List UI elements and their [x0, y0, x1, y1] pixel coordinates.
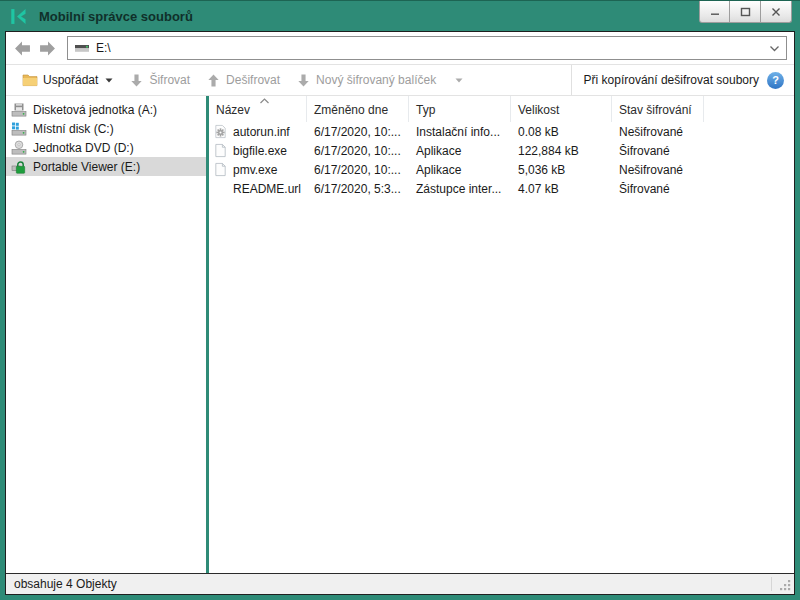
file-icon: [213, 162, 228, 177]
window-title: Mobilní správce souborů: [39, 9, 193, 24]
file-list: Název Změněno dne Typ Velikost Stav šifr…: [209, 96, 794, 573]
file-size: 0.08 kB: [511, 125, 612, 139]
table-row[interactable]: bigfile.exe 6/17/2020, 10:... Aplikace 1…: [209, 141, 794, 160]
file-type: Zástupce inter...: [409, 182, 511, 196]
list-body: autorun.inf 6/17/2020, 10:... Instalační…: [209, 122, 794, 198]
file-size: 5,036 kB: [511, 163, 612, 177]
window-controls: [699, 1, 792, 23]
file-name: README.url: [233, 182, 301, 196]
organize-label: Uspořádat: [43, 73, 98, 87]
file-type: Instalační info...: [409, 125, 511, 139]
sidebar-item-drive-a[interactable]: Disketová jednotka (A:): [6, 100, 206, 119]
dvd-drive-icon: [11, 140, 27, 156]
folder-icon: [22, 73, 38, 87]
file-size: 4.07 kB: [511, 182, 612, 196]
table-row[interactable]: autorun.inf 6/17/2020, 10:... Instalační…: [209, 122, 794, 141]
sidebar-item-label: Portable Viewer (E:): [33, 160, 140, 174]
nav-arrows: [13, 40, 57, 57]
maximize-button[interactable]: [730, 1, 761, 23]
sort-ascending-icon: [259, 98, 270, 104]
minimize-button[interactable]: [699, 1, 730, 23]
sidebar-item-label: Disketová jednotka (A:): [33, 103, 157, 117]
file-icon: [213, 143, 228, 158]
locked-drive-icon: [11, 159, 27, 175]
sidebar-item-drive-c[interactable]: Místní disk (C:): [6, 119, 206, 138]
file-name: bigfile.exe: [233, 144, 287, 158]
table-row[interactable]: README.url 6/17/2020, 5:3... Zástupce in…: [209, 179, 794, 198]
new-encrypted-package-button[interactable]: Nový šifrovaný balíček: [288, 65, 471, 95]
decrypt-on-copy-option[interactable]: Při kopírování dešifrovat soubory ?: [571, 65, 794, 95]
title-bar: Mobilní správce souborů: [0, 1, 800, 31]
address-text: E:\: [96, 41, 763, 55]
decrypt-on-copy-label: Při kopírování dešifrovat soubory: [584, 73, 759, 87]
organize-button[interactable]: Uspořádat: [14, 65, 121, 95]
new-package-label: Nový šifrovaný balíček: [316, 73, 436, 87]
blank-icon-placeholder: [213, 181, 228, 196]
column-header-size[interactable]: Velikost: [511, 96, 612, 122]
file-modified: 6/17/2020, 5:3...: [307, 182, 409, 196]
encrypt-label: Šifrovat: [149, 73, 190, 87]
file-name: pmv.exe: [233, 163, 277, 177]
table-row[interactable]: pmv.exe 6/17/2020, 10:... Aplikace 5,036…: [209, 160, 794, 179]
local-disk-icon: [11, 121, 27, 137]
chevron-down-icon[interactable]: [769, 45, 780, 52]
file-modified: 6/17/2020, 10:...: [307, 144, 409, 158]
navigation-bar: E:\: [6, 32, 794, 64]
statusbar-divider: [771, 577, 772, 591]
sidebar-item-drive-e[interactable]: Portable Viewer (E:): [6, 157, 206, 176]
file-type: Aplikace: [409, 144, 511, 158]
status-bar: obsahuje 4 Objekty: [6, 573, 794, 594]
column-header-encryption[interactable]: Stav šifrování: [612, 96, 704, 122]
file-encryption-status: Šifrované: [612, 182, 704, 196]
back-icon[interactable]: [13, 40, 32, 57]
list-header: Název Změněno dne Typ Velikost Stav šifr…: [209, 96, 794, 122]
file-encryption-status: Šifrované: [612, 144, 704, 158]
status-text: obsahuje 4 Objekty: [14, 577, 117, 591]
column-header-name[interactable]: Název: [209, 96, 307, 122]
sidebar-item-drive-d[interactable]: Jednotka DVD (D:): [6, 138, 206, 157]
dropdown-caret-icon[interactable]: [455, 78, 463, 83]
help-icon[interactable]: ?: [767, 72, 784, 89]
sidebar-item-label: Jednotka DVD (D:): [33, 141, 134, 155]
floppy-drive-icon: [11, 102, 27, 118]
file-encryption-status: Nešifrované: [612, 125, 704, 139]
decrypt-label: Dešifrovat: [226, 73, 280, 87]
arrow-down-icon: [296, 73, 311, 88]
file-name: autorun.inf: [233, 125, 290, 139]
sidebar-item-label: Místní disk (C:): [33, 122, 114, 136]
resize-grip[interactable]: [779, 579, 792, 592]
file-modified: 6/17/2020, 10:...: [307, 125, 409, 139]
close-button[interactable]: [761, 1, 792, 23]
decrypt-button[interactable]: Dešifrovat: [198, 65, 288, 95]
main-area: Disketová jednotka (A:) Místní dis: [6, 96, 794, 573]
encrypt-button[interactable]: Šifrovat: [121, 65, 198, 95]
arrow-down-icon: [129, 73, 144, 88]
column-header-type[interactable]: Typ: [409, 96, 511, 122]
column-header-empty: [704, 96, 794, 122]
file-modified: 6/17/2020, 10:...: [307, 163, 409, 177]
content-frame: E:\ Uspořádat: [5, 31, 795, 595]
file-type: Aplikace: [409, 163, 511, 177]
forward-icon[interactable]: [38, 40, 57, 57]
toolbar: Uspořádat Šifrovat Dešifrovat: [6, 64, 794, 96]
kaspersky-logo-icon: [10, 8, 27, 25]
gear-file-icon: [213, 124, 228, 139]
file-size: 122,884 kB: [511, 144, 612, 158]
arrow-up-icon: [206, 73, 221, 88]
column-header-modified[interactable]: Změněno dne: [307, 96, 409, 122]
address-bar[interactable]: E:\: [67, 36, 787, 60]
app-window: Mobilní správce souborů: [0, 0, 800, 600]
drive-icon: [74, 42, 90, 55]
dropdown-caret-icon: [105, 78, 113, 83]
file-encryption-status: Nešifrované: [612, 163, 704, 177]
drives-sidebar: Disketová jednotka (A:) Místní dis: [6, 96, 206, 573]
